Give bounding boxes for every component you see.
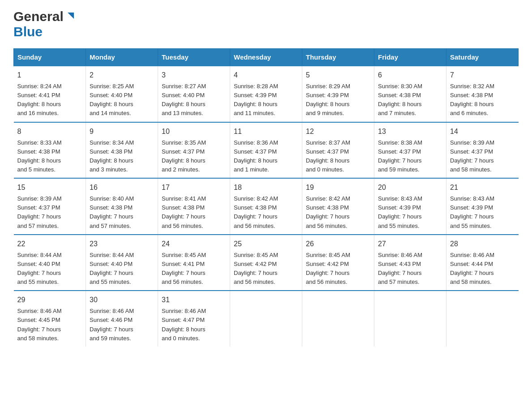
day-number: 6 xyxy=(378,70,442,81)
day-number: 4 xyxy=(234,70,298,81)
day-info: Sunrise: 8:44 AMSunset: 4:40 PMDaylight:… xyxy=(90,251,154,287)
day-number: 9 xyxy=(90,126,154,137)
day-info: Sunrise: 8:43 AMSunset: 4:39 PMDaylight:… xyxy=(378,194,442,231)
day-info: Sunrise: 8:46 AMSunset: 4:46 PMDaylight:… xyxy=(90,307,154,343)
day-number: 5 xyxy=(306,70,370,81)
day-info: Sunrise: 8:29 AMSunset: 4:39 PMDaylight:… xyxy=(306,82,370,118)
day-number: 30 xyxy=(90,295,154,305)
logo: General Blue xyxy=(13,9,75,39)
day-cell: 3 Sunrise: 8:27 AMSunset: 4:40 PMDayligh… xyxy=(158,66,230,122)
day-number: 12 xyxy=(306,126,370,137)
day-cell: 16 Sunrise: 8:40 AMSunset: 4:38 PMDaylig… xyxy=(86,178,158,235)
logo-triangle-icon xyxy=(65,11,75,22)
header-saturday: Saturday xyxy=(446,49,519,66)
day-number: 28 xyxy=(450,239,515,249)
day-info: Sunrise: 8:25 AMSunset: 4:40 PMDaylight:… xyxy=(90,82,154,118)
week-row-1: 1 Sunrise: 8:24 AMSunset: 4:41 PMDayligh… xyxy=(14,66,519,122)
day-info: Sunrise: 8:45 AMSunset: 4:41 PMDaylight:… xyxy=(162,251,226,287)
day-info: Sunrise: 8:27 AMSunset: 4:40 PMDaylight:… xyxy=(162,82,226,118)
calendar-table: SundayMondayTuesdayWednesdayThursdayFrid… xyxy=(13,48,519,347)
logo-general-text: General xyxy=(13,9,64,24)
day-number: 27 xyxy=(378,239,442,249)
day-number: 22 xyxy=(17,239,82,249)
day-cell xyxy=(302,291,374,347)
day-info: Sunrise: 8:36 AMSunset: 4:37 PMDaylight:… xyxy=(234,138,298,175)
day-number: 3 xyxy=(162,70,226,81)
day-cell xyxy=(230,291,302,347)
day-cell: 17 Sunrise: 8:41 AMSunset: 4:38 PMDaylig… xyxy=(158,178,230,235)
day-number: 21 xyxy=(450,182,515,193)
day-cell: 25 Sunrise: 8:45 AMSunset: 4:42 PMDaylig… xyxy=(230,235,302,291)
svg-marker-0 xyxy=(68,13,74,19)
day-info: Sunrise: 8:30 AMSunset: 4:38 PMDaylight:… xyxy=(378,82,442,118)
week-row-3: 15 Sunrise: 8:39 AMSunset: 4:37 PMDaylig… xyxy=(14,178,519,235)
day-info: Sunrise: 8:40 AMSunset: 4:38 PMDaylight:… xyxy=(90,194,154,231)
day-number: 23 xyxy=(90,239,154,249)
day-cell xyxy=(374,291,446,347)
day-number: 8 xyxy=(17,126,82,137)
page-header: General Blue xyxy=(13,9,519,39)
day-number: 16 xyxy=(90,182,154,193)
day-cell: 14 Sunrise: 8:39 AMSunset: 4:37 PMDaylig… xyxy=(446,122,519,179)
day-cell: 1 Sunrise: 8:24 AMSunset: 4:41 PMDayligh… xyxy=(14,66,86,122)
day-info: Sunrise: 8:46 AMSunset: 4:44 PMDaylight:… xyxy=(450,251,515,287)
day-cell: 27 Sunrise: 8:46 AMSunset: 4:43 PMDaylig… xyxy=(374,235,446,291)
week-row-5: 29 Sunrise: 8:46 AMSunset: 4:45 PMDaylig… xyxy=(14,291,519,347)
day-cell: 29 Sunrise: 8:46 AMSunset: 4:45 PMDaylig… xyxy=(14,291,86,347)
day-cell: 28 Sunrise: 8:46 AMSunset: 4:44 PMDaylig… xyxy=(446,235,519,291)
day-cell: 15 Sunrise: 8:39 AMSunset: 4:37 PMDaylig… xyxy=(14,178,86,235)
day-number: 7 xyxy=(450,70,515,81)
logo-blue-text: Blue xyxy=(13,24,43,39)
day-number: 11 xyxy=(234,126,298,137)
day-cell: 24 Sunrise: 8:45 AMSunset: 4:41 PMDaylig… xyxy=(158,235,230,291)
day-number: 13 xyxy=(378,126,442,137)
day-cell: 20 Sunrise: 8:43 AMSunset: 4:39 PMDaylig… xyxy=(374,178,446,235)
day-cell: 30 Sunrise: 8:46 AMSunset: 4:46 PMDaylig… xyxy=(86,291,158,347)
day-info: Sunrise: 8:43 AMSunset: 4:39 PMDaylight:… xyxy=(450,194,515,231)
day-number: 1 xyxy=(17,70,82,81)
day-number: 10 xyxy=(162,126,226,137)
header-friday: Friday xyxy=(374,49,446,66)
day-number: 19 xyxy=(306,182,370,193)
day-cell: 8 Sunrise: 8:33 AMSunset: 4:38 PMDayligh… xyxy=(14,122,86,179)
calendar-header: SundayMondayTuesdayWednesdayThursdayFrid… xyxy=(14,49,519,66)
header-wednesday: Wednesday xyxy=(230,49,302,66)
day-info: Sunrise: 8:24 AMSunset: 4:41 PMDaylight:… xyxy=(17,82,82,118)
day-cell: 7 Sunrise: 8:32 AMSunset: 4:38 PMDayligh… xyxy=(446,66,519,122)
header-monday: Monday xyxy=(86,49,158,66)
day-info: Sunrise: 8:41 AMSunset: 4:38 PMDaylight:… xyxy=(162,194,226,231)
day-cell: 22 Sunrise: 8:44 AMSunset: 4:40 PMDaylig… xyxy=(14,235,86,291)
day-cell: 12 Sunrise: 8:37 AMSunset: 4:37 PMDaylig… xyxy=(302,122,374,179)
day-cell: 10 Sunrise: 8:35 AMSunset: 4:37 PMDaylig… xyxy=(158,122,230,179)
day-cell: 6 Sunrise: 8:30 AMSunset: 4:38 PMDayligh… xyxy=(374,66,446,122)
day-cell: 11 Sunrise: 8:36 AMSunset: 4:37 PMDaylig… xyxy=(230,122,302,179)
day-number: 17 xyxy=(162,182,226,193)
day-info: Sunrise: 8:46 AMSunset: 4:45 PMDaylight:… xyxy=(17,307,82,343)
day-info: Sunrise: 8:42 AMSunset: 4:38 PMDaylight:… xyxy=(234,194,298,231)
day-info: Sunrise: 8:45 AMSunset: 4:42 PMDaylight:… xyxy=(234,251,298,287)
day-cell: 2 Sunrise: 8:25 AMSunset: 4:40 PMDayligh… xyxy=(86,66,158,122)
day-cell: 18 Sunrise: 8:42 AMSunset: 4:38 PMDaylig… xyxy=(230,178,302,235)
week-row-4: 22 Sunrise: 8:44 AMSunset: 4:40 PMDaylig… xyxy=(14,235,519,291)
header-row: SundayMondayTuesdayWednesdayThursdayFrid… xyxy=(14,49,519,66)
header-sunday: Sunday xyxy=(14,49,86,66)
day-number: 2 xyxy=(90,70,154,81)
day-info: Sunrise: 8:33 AMSunset: 4:38 PMDaylight:… xyxy=(17,138,82,175)
day-info: Sunrise: 8:28 AMSunset: 4:39 PMDaylight:… xyxy=(234,82,298,118)
day-info: Sunrise: 8:46 AMSunset: 4:47 PMDaylight:… xyxy=(162,307,226,343)
day-number: 14 xyxy=(450,126,515,137)
day-info: Sunrise: 8:32 AMSunset: 4:38 PMDaylight:… xyxy=(450,82,515,118)
day-info: Sunrise: 8:44 AMSunset: 4:40 PMDaylight:… xyxy=(17,251,82,287)
day-number: 25 xyxy=(234,239,298,249)
day-info: Sunrise: 8:39 AMSunset: 4:37 PMDaylight:… xyxy=(17,194,82,231)
day-cell: 31 Sunrise: 8:46 AMSunset: 4:47 PMDaylig… xyxy=(158,291,230,347)
day-cell xyxy=(446,291,519,347)
day-number: 29 xyxy=(17,295,82,305)
day-info: Sunrise: 8:37 AMSunset: 4:37 PMDaylight:… xyxy=(306,138,370,175)
day-cell: 9 Sunrise: 8:34 AMSunset: 4:38 PMDayligh… xyxy=(86,122,158,179)
day-number: 15 xyxy=(17,182,82,193)
day-number: 24 xyxy=(162,239,226,249)
day-cell: 23 Sunrise: 8:44 AMSunset: 4:40 PMDaylig… xyxy=(86,235,158,291)
day-info: Sunrise: 8:34 AMSunset: 4:38 PMDaylight:… xyxy=(90,138,154,175)
day-info: Sunrise: 8:35 AMSunset: 4:37 PMDaylight:… xyxy=(162,138,226,175)
